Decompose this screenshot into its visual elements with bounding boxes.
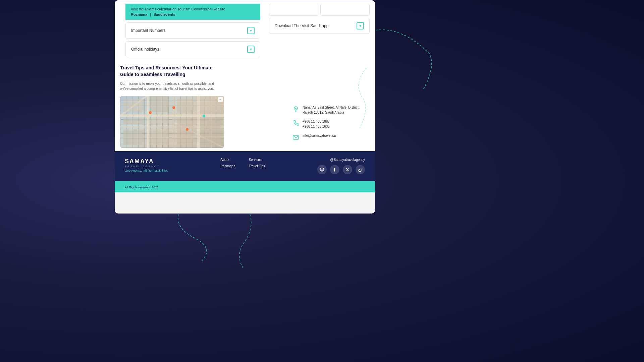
email-icon: [292, 134, 299, 140]
accordion-chevron-holidays: ▾: [247, 46, 255, 53]
svg-point-23: [186, 128, 189, 131]
social-icons-row: [317, 165, 365, 174]
placeholder-bar-1: [269, 4, 318, 16]
events-banner-text: Visit the Events calendar on Tourism Com…: [131, 7, 255, 11]
svg-rect-15: [150, 119, 169, 124]
brand-subtitle: TRAVEL AGENCY: [125, 165, 168, 168]
travel-contact-section: Travel Tips and Resources: Your Ultimate…: [115, 60, 375, 148]
top-placeholder-bars: [269, 4, 370, 16]
svg-rect-0: [120, 114, 224, 117]
events-banner: Visit the Events calendar on Tourism Com…: [125, 4, 260, 20]
footer: SAMAYA TRAVEL AGENCY One Agency, Infinit…: [115, 151, 375, 181]
footer-link-packages[interactable]: Packages: [220, 164, 235, 168]
social-handle: @Samayatravelagency: [317, 158, 365, 162]
footer-logo: SAMAYA TRAVEL AGENCY One Agency, Infinit…: [125, 158, 168, 172]
travel-tips-desc: Our mission is to make your travels as s…: [120, 81, 221, 91]
svg-point-31: [323, 169, 323, 169]
accordion-official-holidays[interactable]: Official holidays ▾: [125, 41, 260, 57]
contact-deco-curve: [333, 65, 373, 132]
brand-name: SAMAYA: [125, 158, 168, 165]
svg-point-27: [295, 108, 297, 109]
accordion-chevron-important: ▾: [247, 27, 255, 34]
placeholder-bar-2: [320, 4, 370, 16]
svg-point-30: [321, 169, 323, 171]
link-separator: |: [150, 12, 151, 16]
page-content: Visit the Events calendar on Tourism Com…: [115, 0, 375, 192]
download-chevron-icon: ▾: [357, 22, 364, 29]
accordion-important-numbers[interactable]: Important Numbers ▾: [125, 22, 260, 39]
roznama-link[interactable]: Roznama: [131, 12, 147, 16]
footer-link-travel-tips[interactable]: Travel Tips: [249, 164, 265, 168]
svg-rect-4: [197, 96, 200, 148]
accordion-section: Important Numbers ▾ Official holidays ▾: [125, 22, 260, 57]
travel-tips-col: Travel Tips and Resources: Your Ultimate…: [120, 65, 287, 148]
svg-rect-12: [150, 96, 169, 112]
events-banner-links: Roznama | Saudievents: [131, 12, 255, 16]
footer-social: @Samayatravelagency: [317, 158, 365, 174]
svg-rect-16: [123, 129, 144, 145]
footer-copyright: All Rights reserved. 2023: [125, 186, 159, 189]
map-controls: −: [218, 97, 223, 102]
contact-phone-text: +966 11 465 1887 +966 11 465 1635: [303, 119, 330, 129]
svg-rect-17: [150, 129, 169, 145]
footer-link-about[interactable]: About: [220, 158, 235, 162]
tiktok-icon[interactable]: [356, 165, 365, 174]
svg-point-22: [172, 106, 175, 109]
travel-tips-title: Travel Tips and Resources: Your Ultimate…: [120, 65, 221, 78]
accordion-label-holidays: Official holidays: [131, 47, 159, 52]
svg-rect-20: [201, 119, 221, 145]
svg-rect-18: [177, 119, 194, 145]
svg-rect-13: [177, 99, 194, 112]
svg-rect-11: [123, 99, 144, 112]
download-app-button[interactable]: Download The Visit Saudi app ▾: [269, 18, 370, 34]
location-icon: [292, 106, 299, 112]
instagram-icon[interactable]: [317, 165, 327, 174]
map-zoom-out[interactable]: −: [218, 97, 223, 102]
svg-rect-3: [174, 96, 175, 148]
saudievents-link[interactable]: Saudievents: [154, 12, 175, 16]
contact-email-text: info@samayatravel.sa: [303, 133, 336, 138]
left-accordions: Visit the Events calendar on Tourism Com…: [120, 4, 266, 60]
footer-bottom-bar: All Rights reserved. 2023: [115, 181, 375, 192]
right-download-panel: Download The Visit Saudi app ▾: [269, 4, 370, 34]
phone-icon: [292, 120, 299, 126]
svg-rect-14: [123, 119, 144, 124]
map-roads-svg: [120, 96, 224, 148]
map-image: −: [120, 96, 224, 148]
map-container[interactable]: −: [120, 96, 224, 148]
footer-nav-col-1: About Packages: [220, 158, 235, 168]
facebook-icon[interactable]: [330, 165, 339, 174]
svg-point-21: [149, 111, 152, 114]
svg-rect-19: [201, 99, 221, 112]
download-btn-label: Download The Visit Saudi app: [275, 23, 328, 28]
footer-link-services[interactable]: Services: [249, 158, 265, 162]
svg-rect-28: [293, 135, 299, 139]
footer-nav-col-2: Services Travel Tips: [249, 158, 265, 168]
twitter-icon[interactable]: [343, 165, 352, 174]
svg-rect-29: [320, 168, 324, 171]
svg-rect-2: [147, 96, 149, 148]
top-section: Visit the Events calendar on Tourism Com…: [115, 4, 375, 60]
brand-tagline: One Agency, Infinite Possibilities: [125, 169, 168, 172]
contact-col: Nahar As Sind Street, Al Nafel District …: [292, 65, 370, 148]
footer-nav: About Packages Services Travel Tips: [220, 158, 265, 168]
accordion-label-important: Important Numbers: [131, 28, 166, 33]
svg-point-24: [203, 115, 205, 117]
contact-email: info@samayatravel.sa: [292, 133, 370, 140]
browser-window: Visit the Events calendar on Tourism Com…: [115, 0, 375, 214]
